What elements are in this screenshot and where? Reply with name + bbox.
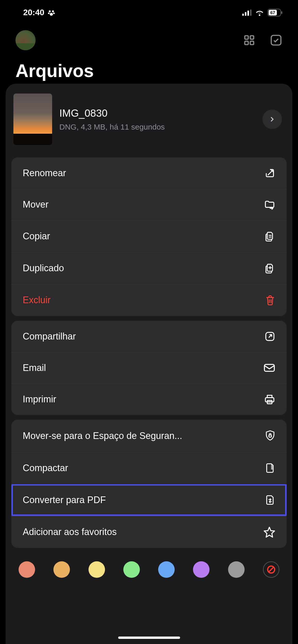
convert-pdf-label: Converter para PDF xyxy=(23,495,106,505)
svg-rect-13 xyxy=(245,36,248,39)
svg-point-1 xyxy=(52,10,54,12)
svg-point-0 xyxy=(49,10,51,12)
duplicate-icon xyxy=(264,262,275,274)
convert-pdf-item[interactable]: Converter para PDF xyxy=(11,484,287,516)
favorite-item[interactable]: Adicionar aos favoritos xyxy=(11,516,287,548)
color-tag-5[interactable] xyxy=(193,561,210,578)
svg-line-36 xyxy=(269,567,273,572)
avatar[interactable] xyxy=(15,30,36,50)
color-tag-row xyxy=(6,553,292,586)
copy-item[interactable]: Copiar xyxy=(11,220,287,252)
svg-rect-17 xyxy=(271,35,281,45)
status-bar: 20:40 67 xyxy=(0,0,298,22)
app-header xyxy=(0,22,298,55)
svg-rect-15 xyxy=(245,41,248,45)
svg-rect-8 xyxy=(250,10,252,16)
edit-icon xyxy=(264,168,275,179)
rename-label: Renomear xyxy=(23,168,66,179)
cellular-icon xyxy=(242,10,252,16)
trash-icon xyxy=(265,294,275,306)
print-icon xyxy=(264,394,275,405)
move-item[interactable]: Mover xyxy=(11,189,287,220)
svg-text:67: 67 xyxy=(270,10,275,15)
copy-label: Copiar xyxy=(23,231,50,242)
email-label: Email xyxy=(23,362,46,373)
select-checkbox-icon[interactable] xyxy=(270,34,283,47)
svg-rect-6 xyxy=(245,12,246,16)
paw-icon xyxy=(47,9,55,16)
home-indicator[interactable] xyxy=(118,637,180,639)
color-tag-1[interactable] xyxy=(53,561,70,578)
page-title: Arquivos xyxy=(0,55,298,81)
folder-move-icon xyxy=(264,199,275,210)
wifi-icon xyxy=(255,9,264,16)
svg-rect-14 xyxy=(250,36,254,39)
file-details-chevron[interactable] xyxy=(262,109,282,129)
secure-move-item[interactable]: Mover-se para o Espaço de Seguran... xyxy=(11,420,287,452)
svg-point-2 xyxy=(48,12,50,14)
duplicate-label: Duplicado xyxy=(23,263,64,274)
file-thumbnail xyxy=(13,94,52,145)
battery-icon: 67 xyxy=(268,9,283,16)
color-tag-4[interactable] xyxy=(158,561,175,578)
menu-group-more: Mover-se para o Espaço de Seguran... Com… xyxy=(11,420,287,548)
status-right: 67 xyxy=(242,9,283,16)
convert-pdf-icon xyxy=(265,494,275,506)
move-label: Mover xyxy=(23,199,49,210)
favorite-label: Adicionar aos favoritos xyxy=(23,527,117,537)
share-label: Compartilhar xyxy=(23,331,76,342)
svg-marker-34 xyxy=(264,527,275,537)
file-header[interactable]: IMG_0830 DNG, 4,3 MB, há 11 segundos xyxy=(6,91,292,153)
print-item[interactable]: Imprimir xyxy=(11,384,287,415)
copy-file-icon xyxy=(264,231,275,242)
file-meta: DNG, 4,3 MB, há 11 segundos xyxy=(59,123,255,131)
file-info: IMG_0830 DNG, 4,3 MB, há 11 segundos xyxy=(59,107,255,131)
status-time: 20:40 xyxy=(23,8,44,17)
svg-point-4 xyxy=(50,13,53,15)
zip-icon xyxy=(265,462,275,474)
file-name: IMG_0830 xyxy=(59,107,255,119)
secure-move-label: Mover-se para o Espaço de Seguran... xyxy=(23,430,182,441)
share-item[interactable]: Compartilhar xyxy=(11,321,287,352)
menu-group-share: Compartilhar Email Imprimir xyxy=(11,321,287,415)
compress-item[interactable]: Compactar xyxy=(11,452,287,484)
grid-view-icon[interactable] xyxy=(243,34,255,46)
rename-item[interactable]: Renomear xyxy=(11,157,287,189)
mail-icon xyxy=(263,363,275,372)
delete-item[interactable]: Excluir xyxy=(11,284,287,316)
share-icon xyxy=(264,331,275,342)
svg-rect-5 xyxy=(242,14,244,16)
email-item[interactable]: Email xyxy=(11,352,287,384)
svg-rect-16 xyxy=(250,41,254,45)
lock-shield-icon xyxy=(265,430,275,442)
color-tag-6[interactable] xyxy=(228,561,245,578)
delete-label: Excluir xyxy=(23,295,51,306)
status-left: 20:40 xyxy=(23,8,55,17)
svg-rect-11 xyxy=(281,11,282,14)
compress-label: Compactar xyxy=(23,463,68,473)
color-tag-2[interactable] xyxy=(88,561,105,578)
star-icon xyxy=(263,526,275,538)
color-tag-0[interactable] xyxy=(19,561,35,578)
duplicate-item[interactable]: Duplicado xyxy=(11,252,287,284)
clear-tag-icon[interactable] xyxy=(263,561,279,578)
svg-point-3 xyxy=(53,12,55,14)
svg-rect-25 xyxy=(264,365,274,371)
menu-group-file-ops: Renomear Mover Copiar Duplicado Excluir xyxy=(11,157,287,316)
print-label: Imprimir xyxy=(23,394,56,405)
svg-rect-26 xyxy=(265,398,274,402)
action-sheet: IMG_0830 DNG, 4,3 MB, há 11 segundos Ren… xyxy=(6,84,292,644)
color-tag-3[interactable] xyxy=(123,561,140,578)
svg-rect-7 xyxy=(247,11,249,16)
